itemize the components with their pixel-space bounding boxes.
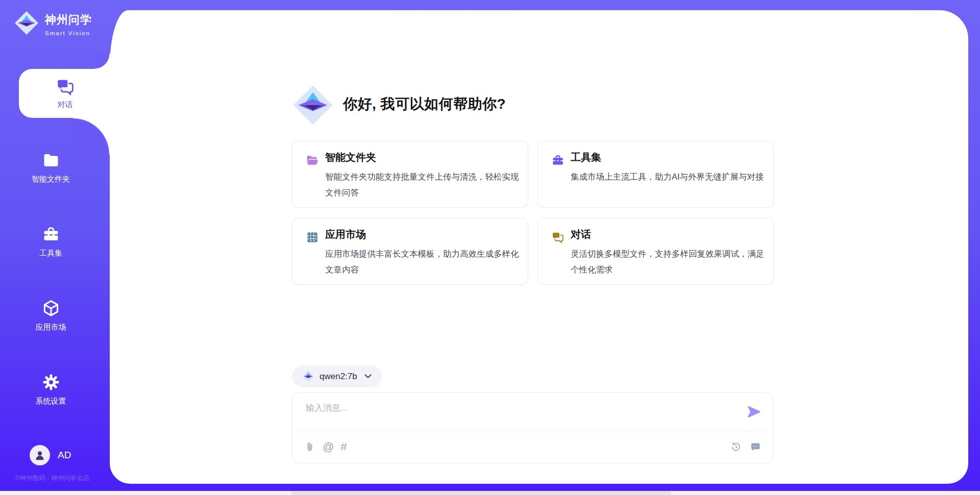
- toolbox-icon: [42, 225, 60, 243]
- model-logo-icon: [302, 370, 314, 383]
- sidebar-item-smart-folder[interactable]: 智能文件夹: [0, 151, 110, 184]
- mention-button[interactable]: @: [323, 441, 334, 453]
- sidebar-item-settings[interactable]: 系统设置: [0, 373, 110, 406]
- card-description: 应用市场提供丰富长文本模板，助力高效生成多样化文章内容: [325, 246, 521, 278]
- card-title: 工具集: [571, 151, 601, 164]
- model-name: qwen2:7b: [320, 372, 357, 382]
- footer-credit: ©神州数码 · 神州问学出品: [0, 474, 110, 483]
- chat-icon: [551, 231, 565, 244]
- gear-icon: [42, 373, 60, 391]
- history-icon: [730, 441, 742, 453]
- card-title: 对话: [571, 228, 591, 241]
- sidebar-item-label: 智能文件夹: [32, 175, 70, 184]
- toolbox-icon: [551, 154, 565, 167]
- brand: 神州问学 Smart Vision: [14, 10, 92, 36]
- card-title: 应用市场: [325, 228, 366, 241]
- message-input[interactable]: [305, 401, 725, 430]
- user-profile[interactable]: AD: [30, 445, 71, 465]
- composer-tools-left: @ #: [304, 441, 347, 453]
- sidebar-item-label: 工具集: [39, 249, 62, 258]
- greeting-title: 你好, 我可以如何帮助你?: [343, 94, 506, 114]
- feature-card-chat[interactable]: 对话 灵活切换多模型文件，支持多样回复效果调试，满足个性化需求: [537, 218, 774, 285]
- card-description: 集成市场上主流工具，助力AI与外界无缝扩展与对接: [571, 169, 767, 185]
- model-selector[interactable]: qwen2:7b: [292, 365, 382, 387]
- history-button[interactable]: [730, 441, 742, 453]
- sidebar-item-app-market[interactable]: 应用市场: [0, 299, 110, 332]
- open-folder-icon: [306, 154, 319, 167]
- avatar: [30, 445, 50, 465]
- hash-icon: #: [340, 441, 347, 453]
- main-panel: 你好, 我可以如何帮助你? 智能文件夹 智能文件夹功能支持批量文件上传与清洗，轻…: [110, 10, 968, 484]
- sidebar-item-label: 对话: [58, 100, 73, 110]
- attach-button[interactable]: [304, 441, 316, 453]
- sidebar-item-toolset[interactable]: 工具集: [0, 225, 110, 258]
- card-description: 灵活切换多模型文件，支持多样回复效果调试，满足个性化需求: [571, 246, 767, 278]
- user-name: AD: [58, 450, 71, 461]
- scrollbar-thumb[interactable]: [291, 491, 671, 495]
- tab-curve-top: [94, 54, 111, 69]
- card-description: 智能文件夹功能支持批量文件上传与清洗，轻松实现文件问答: [325, 169, 521, 201]
- sidebar-item-label: 系统设置: [36, 397, 66, 406]
- folder-icon: [42, 151, 60, 169]
- assistant-logo-icon: [292, 84, 333, 126]
- chat-icon: [56, 77, 75, 96]
- topic-button[interactable]: #: [340, 441, 347, 453]
- horizontal-scrollbar[interactable]: [0, 491, 980, 495]
- brand-logo-icon: [14, 10, 39, 36]
- composer: @ #: [292, 392, 773, 463]
- conversation-button[interactable]: [749, 441, 762, 453]
- card-title: 智能文件夹: [325, 151, 376, 164]
- at-icon: @: [323, 441, 334, 453]
- message-icon: [749, 441, 762, 453]
- send-icon: [746, 404, 762, 419]
- brand-name: 神州问学: [45, 12, 92, 28]
- send-button[interactable]: [746, 404, 762, 419]
- composer-tools-right: [730, 441, 762, 453]
- cube-icon: [42, 299, 60, 317]
- sidebar-item-chat[interactable]: 对话: [19, 69, 139, 118]
- composer-divider: [297, 432, 768, 432]
- brand-subtitle: Smart Vision: [45, 30, 92, 36]
- feature-card-app-market[interactable]: 应用市场 应用市场提供丰富长文本模板，助力高效生成多样化文章内容: [292, 218, 528, 285]
- chevron-down-icon: [364, 374, 372, 379]
- grid-icon: [306, 231, 319, 244]
- sidebar-item-label: 应用市场: [36, 323, 66, 332]
- paperclip-icon: [304, 441, 316, 453]
- feature-card-smart-folder[interactable]: 智能文件夹 智能文件夹功能支持批量文件上传与清洗，轻松实现文件问答: [292, 141, 528, 208]
- person-icon: [34, 449, 46, 461]
- feature-card-toolset[interactable]: 工具集 集成市场上主流工具，助力AI与外界无缝扩展与对接: [537, 141, 774, 208]
- tab-curve-bottom: [73, 118, 111, 155]
